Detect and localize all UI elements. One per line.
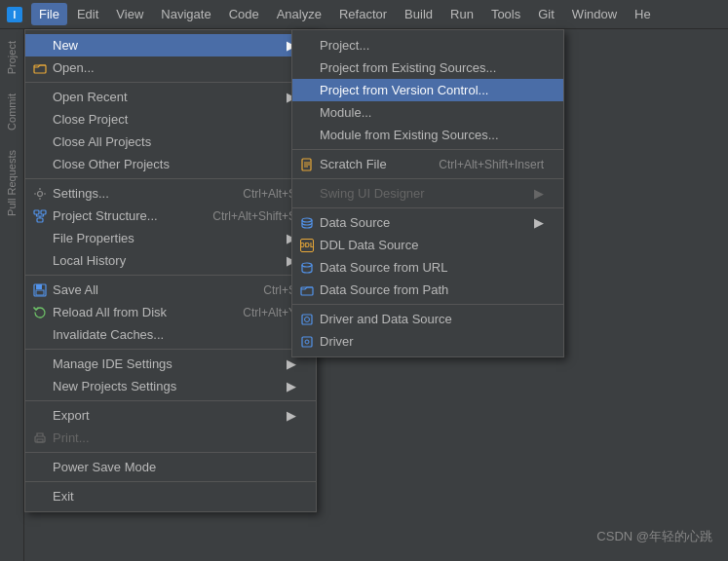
save-icon (31, 283, 49, 297)
menu-bar: I File Edit View Navigate Code Analyze R… (0, 0, 728, 29)
svg-rect-4 (34, 210, 39, 214)
menu-item-local-history[interactable]: Local History ▶ (25, 249, 316, 272)
svg-rect-6 (37, 218, 43, 222)
menu-file[interactable]: File (31, 3, 67, 25)
driver-icon (298, 335, 316, 349)
scratch-icon (298, 158, 316, 171)
sidebar: Project Commit Pull Requests (0, 29, 24, 561)
menu-he[interactable]: He (627, 3, 659, 25)
menu-edit[interactable]: Edit (69, 3, 106, 25)
new-submenu-data-source[interactable]: Data Source ▶ (292, 211, 563, 234)
menu-item-save-all[interactable]: Save All Ctrl+S (25, 279, 316, 301)
svg-point-23 (305, 340, 309, 344)
menu-navigate[interactable]: Navigate (153, 3, 218, 25)
menu-item-open[interactable]: Open... (25, 56, 316, 79)
svg-rect-9 (36, 284, 42, 289)
menu-build[interactable]: Build (397, 3, 441, 25)
new-submenu-driver[interactable]: Driver (292, 330, 563, 353)
data-source-icon (298, 216, 316, 230)
svg-rect-19 (301, 287, 313, 295)
menu-item-invalidate[interactable]: Invalidate Caches... (25, 323, 316, 346)
menu-view[interactable]: View (108, 3, 151, 25)
new-submenu-module[interactable]: Module... (292, 101, 563, 124)
new-submenu-data-source-url[interactable]: Data Source from URL (292, 256, 563, 279)
sidebar-tab-project[interactable]: Project (3, 33, 20, 82)
svg-rect-5 (41, 210, 46, 214)
menu-item-open-recent[interactable]: Open Recent ▶ (25, 86, 316, 108)
new-submenu-module-existing[interactable]: Module from Existing Sources... (292, 124, 563, 146)
new-submenu-project[interactable]: Project... (292, 34, 563, 56)
new-submenu: Project... Project from Existing Sources… (291, 29, 564, 357)
new-submenu-project-existing[interactable]: Project from Existing Sources... (292, 56, 563, 79)
menu-item-reload[interactable]: Reload All from Disk Ctrl+Alt+Y (25, 301, 316, 323)
menu-tools[interactable]: Tools (483, 3, 528, 25)
svg-rect-20 (302, 315, 312, 324)
menu-item-power-save[interactable]: Power Save Mode (25, 456, 316, 478)
svg-text:I: I (14, 10, 17, 20)
driver-data-source-icon (298, 313, 316, 326)
menu-item-export[interactable]: Export ▶ (25, 404, 316, 427)
menu-item-close-all[interactable]: Close All Projects (25, 131, 316, 153)
menu-item-print[interactable]: Print... (25, 427, 316, 449)
sidebar-tab-commit[interactable]: Commit (3, 86, 20, 138)
new-submenu-scratch[interactable]: Scratch File Ctrl+Alt+Shift+Insert (292, 153, 563, 175)
print-icon (31, 431, 49, 445)
menu-run[interactable]: Run (442, 3, 481, 25)
menu-item-close-project[interactable]: Close Project (25, 108, 316, 131)
menu-window[interactable]: Window (564, 3, 625, 25)
menu-refactor[interactable]: Refactor (331, 3, 395, 25)
svg-point-21 (305, 317, 310, 321)
reload-icon (31, 306, 49, 319)
project-structure-icon (31, 209, 49, 223)
file-menu-dropdown: New ▶ Open... Open Recent ▶ Close Projec… (24, 29, 317, 512)
menu-analyze[interactable]: Analyze (269, 3, 329, 25)
menu-item-settings[interactable]: Settings... Ctrl+Alt+S (25, 182, 316, 205)
menu-item-exit[interactable]: Exit (25, 485, 316, 507)
new-submenu-project-vcs[interactable]: Project from Version Control... (292, 79, 563, 101)
app-icon: I (4, 4, 25, 25)
menu-item-manage-ide[interactable]: Manage IDE Settings ▶ (25, 353, 316, 375)
menu-item-new-projects[interactable]: New Projects Settings ▶ (25, 375, 316, 397)
new-submenu-driver-data-source[interactable]: Driver and Data Source (292, 308, 563, 330)
new-submenu-swing[interactable]: Swing UI Designer ▶ (292, 182, 563, 205)
watermark: CSDN @年轻的心跳 (596, 528, 712, 545)
new-submenu-data-source-path[interactable]: Data Source from Path (292, 279, 563, 301)
menu-git[interactable]: Git (530, 3, 562, 25)
svg-point-17 (302, 218, 312, 222)
data-source-url-icon (298, 261, 316, 275)
svg-rect-22 (302, 337, 312, 347)
svg-point-3 (38, 191, 43, 196)
svg-rect-2 (34, 65, 46, 73)
svg-rect-12 (37, 439, 43, 442)
svg-rect-10 (36, 290, 44, 295)
data-source-path-icon (298, 283, 316, 297)
menu-item-project-structure[interactable]: Project Structure... Ctrl+Alt+Shift+S (25, 205, 316, 227)
menu-item-close-other[interactable]: Close Other Projects (25, 153, 316, 175)
menu-item-file-properties[interactable]: File Properties ▶ (25, 227, 316, 249)
menu-item-new[interactable]: New ▶ (25, 34, 316, 56)
open-icon (31, 61, 49, 75)
menu-code[interactable]: Code (221, 3, 267, 25)
svg-point-18 (302, 263, 312, 267)
settings-icon (31, 187, 49, 201)
new-submenu-ddl-data-source[interactable]: DDL DDL Data Source (292, 234, 563, 256)
sidebar-tab-pull-requests[interactable]: Pull Requests (3, 142, 20, 224)
ddl-icon: DDL (298, 239, 316, 252)
